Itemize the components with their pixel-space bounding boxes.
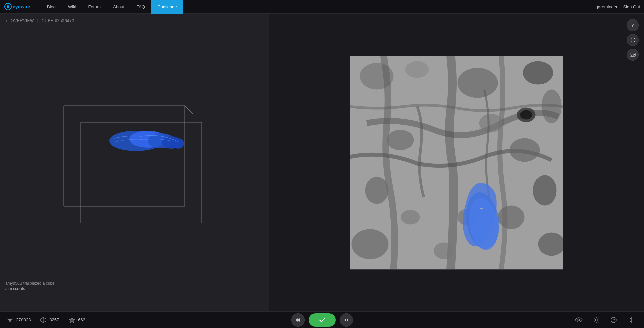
stat-points: 270023 [7, 317, 31, 323]
nav-about[interactable]: About [107, 0, 130, 14]
nav-links: Blog Wiki Forum About FAQ Challenge [41, 0, 183, 14]
em-image[interactable]: — [350, 56, 563, 269]
svg-point-19 [405, 61, 429, 78]
vr-icon [630, 53, 636, 57]
svg-point-1 [7, 5, 9, 8]
confirm-icon [318, 316, 326, 324]
svg-line-4 [64, 106, 81, 122]
em-canvas-svg: — [350, 56, 563, 269]
nav-faq[interactable]: FAQ [130, 0, 151, 14]
help-button[interactable]: ? [608, 314, 620, 326]
eye-button[interactable] [573, 314, 585, 326]
svg-line-7 [64, 206, 81, 223]
nav-challenge[interactable]: Challenge [151, 0, 183, 14]
svg-line-6 [185, 206, 202, 223]
svg-point-25 [510, 138, 540, 162]
svg-point-26 [365, 177, 389, 204]
audio-button[interactable] [625, 314, 637, 326]
svg-text:—: — [480, 206, 483, 209]
stat-trailblaze: 663 [69, 317, 85, 323]
main-area: ← OVERVIEW | CUBE #2506473 [0, 14, 644, 311]
svg-point-15 [631, 54, 632, 55]
svg-point-23 [387, 130, 414, 150]
svg-text:?: ? [613, 318, 615, 322]
trailblaze-value: 663 [78, 317, 85, 322]
nav-forum[interactable]: Forum [82, 0, 107, 14]
svg-point-33 [434, 242, 454, 259]
svg-marker-8 [64, 106, 185, 206]
avatar-letter: Y [631, 23, 634, 28]
svg-point-21 [523, 61, 553, 84]
username[interactable]: ggreminder [596, 4, 618, 9]
bottom-right-controls: ? [573, 314, 637, 326]
svg-point-32 [352, 229, 389, 259]
svg-point-16 [633, 54, 635, 55]
stat-cubes: 3257 [40, 317, 59, 323]
bottom-bar: 270023 3257 663 [0, 311, 644, 328]
svg-point-20 [458, 68, 498, 98]
signout-link[interactable]: Sign Out [623, 4, 640, 9]
svg-text:eyewire: eyewire [13, 4, 30, 9]
help-icon: ? [610, 317, 617, 323]
audio-icon [628, 317, 635, 323]
settings-button[interactable] [590, 314, 602, 326]
eye-icon [575, 317, 583, 322]
neuron-3d [109, 131, 184, 151]
settings-icon [593, 317, 600, 323]
nav-right: ggreminder Sign Out [596, 4, 640, 9]
fullscreen-icon [630, 37, 635, 43]
avatar-button[interactable]: Y [627, 19, 639, 31]
cubes-icon [40, 317, 47, 323]
wireframe-svg [47, 82, 222, 243]
svg-point-24 [479, 114, 503, 132]
points-icon [7, 317, 13, 323]
svg-point-28 [498, 205, 525, 229]
confirm-button[interactable] [309, 313, 336, 327]
right-panel-2d[interactable]: Y [269, 14, 644, 311]
skip-button[interactable] [340, 313, 353, 327]
svg-point-29 [533, 175, 557, 205]
vr-button[interactable] [627, 49, 639, 61]
navbar: eyewire Blog Wiki Forum About FAQ Challe… [0, 0, 644, 14]
wireframe-box [47, 82, 222, 243]
chat-notification: amyd508 trailblazed a cube! [5, 281, 56, 286]
svg-point-43 [71, 319, 73, 321]
skip-icon [343, 317, 349, 323]
logo[interactable]: eyewire [4, 2, 34, 11]
svg-point-27 [401, 210, 420, 224]
points-value: 270023 [16, 317, 31, 322]
chat-command: /gm scouts [5, 286, 56, 291]
svg-point-35 [520, 110, 532, 119]
svg-point-44 [578, 319, 580, 321]
nav-blog[interactable]: Blog [41, 0, 62, 14]
svg-line-5 [185, 106, 202, 122]
nav-wiki[interactable]: Wiki [62, 0, 82, 14]
viewport-3d[interactable] [0, 14, 269, 311]
fullscreen-button[interactable] [627, 34, 639, 46]
chat-area: amyd508 trailblazed a cube! /gm scouts [5, 281, 56, 291]
rewind-button[interactable] [291, 313, 305, 327]
rewind-icon [295, 317, 301, 323]
trailblaze-icon [69, 317, 75, 323]
bottom-center-controls [291, 313, 353, 327]
svg-point-45 [595, 319, 597, 321]
left-panel-3d: ← OVERVIEW | CUBE #2506473 [0, 14, 269, 311]
side-buttons: Y [627, 19, 639, 61]
cubes-value: 3257 [49, 317, 59, 322]
